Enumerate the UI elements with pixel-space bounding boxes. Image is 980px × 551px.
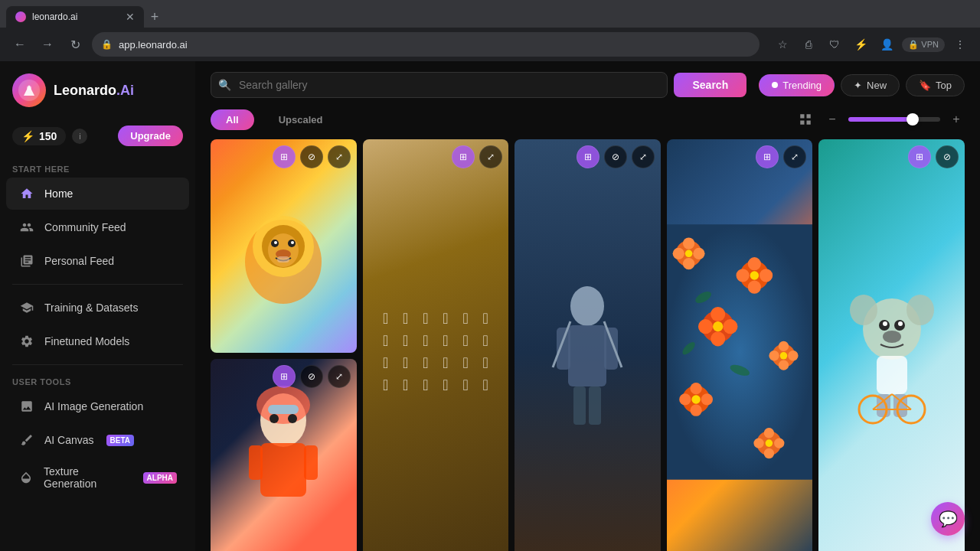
sidebar-item-personal-label: Personal Feed (44, 255, 114, 267)
info-btn[interactable]: i (72, 129, 87, 144)
grid-controls: − + (795, 109, 965, 130)
sub-bar: All Upscaled − + (195, 109, 980, 139)
sidebar-divider-2 (12, 364, 183, 365)
search-input[interactable] (211, 72, 668, 98)
gallery-item-hieroglyphs[interactable]: 𓀀 𓀁 𓀂 𓀃 𓀄 𓀅 𓀆 𓀇 𓀈 𓀉 𓀊 𓀋 (363, 139, 509, 551)
bookmark-btn[interactable]: ☆ (772, 34, 793, 55)
chat-icon: 💬 (939, 510, 958, 528)
sidebar-item-ai-image-label: AI Image Generation (44, 400, 143, 412)
anime-edit-btn[interactable]: ⊘ (300, 365, 323, 388)
gallery-item-anime-girl[interactable]: ⊞ ⊘ ⤢ (211, 359, 357, 551)
reload-btn[interactable]: ↻ (64, 34, 86, 55)
sidebar-item-finetuned[interactable]: Finetuned Models (6, 325, 189, 357)
sidebar-item-ai-canvas[interactable]: AI Canvas BETA (6, 424, 189, 456)
lion-expand-btn[interactable]: ⤢ (328, 145, 351, 168)
zoom-out-btn[interactable]: − (824, 111, 841, 128)
search-button[interactable]: Search (674, 73, 746, 97)
zoom-slider[interactable] (848, 117, 940, 122)
profile-btn[interactable]: 👤 (876, 34, 897, 55)
upscaled-tab-btn[interactable]: Upscaled (263, 109, 338, 130)
credits-badge: ⚡ 150 (12, 127, 66, 145)
top-icon: 🔖 (919, 80, 931, 91)
svg-point-26 (685, 250, 693, 258)
sidebar-item-home-label: Home (44, 187, 73, 200)
gallery-item-flowers[interactable]: ⊞ ⤢ (667, 139, 813, 551)
svg-point-81 (270, 414, 279, 423)
gallery-item-warrior[interactable]: ⊞ ⊘ ⤢ (514, 139, 661, 551)
svg-point-36 (710, 331, 725, 346)
filter-buttons: Trending ✦ New 🔖 Top (759, 74, 965, 96)
finetuned-icon (18, 333, 35, 350)
forward-btn[interactable]: → (37, 34, 58, 55)
svg-point-8 (274, 241, 277, 244)
svg-rect-68 (877, 356, 907, 394)
back-btn[interactable]: ← (9, 34, 31, 55)
ai-canvas-icon (18, 432, 35, 448)
svg-point-55 (753, 438, 763, 448)
trending-filter-btn[interactable]: Trending (759, 74, 835, 96)
svg-point-49 (679, 393, 691, 405)
zoom-slider-container[interactable] (848, 117, 940, 122)
menu-btn[interactable]: ⋮ (949, 34, 971, 55)
svg-point-32 (750, 271, 758, 279)
svg-point-65 (883, 321, 887, 326)
svg-rect-83 (268, 405, 299, 414)
anime-expand-btn[interactable]: ⤢ (328, 365, 351, 388)
warrior-edit-btn[interactable]: ⊘ (604, 145, 627, 168)
koala-edit-btn[interactable]: ⊘ (936, 145, 959, 168)
hieroglyphs-expand-btn[interactable]: ⤢ (479, 145, 502, 168)
sidebar-item-community-feed[interactable]: Community Feed (6, 211, 189, 243)
trending-label: Trending (782, 80, 822, 91)
gallery: ⊞ ⊘ ⤢ 𓀀 𓀁 𓀂 𓀃 𓀄 𓀅 (195, 139, 980, 551)
top-filter-btn[interactable]: 🔖 Top (906, 74, 965, 96)
new-tab-btn[interactable]: + (144, 6, 165, 28)
ai-image-icon (18, 398, 35, 415)
flowers-remix-btn[interactable]: ⊞ (756, 145, 779, 168)
svg-rect-17 (589, 386, 601, 425)
upgrade-button[interactable]: Upgrade (118, 126, 183, 146)
koala-remix-btn[interactable]: ⊞ (908, 145, 931, 168)
warrior-remix-btn[interactable]: ⊞ (577, 145, 599, 168)
svg-point-37 (698, 319, 713, 334)
gallery-grid: ⊞ ⊘ ⤢ 𓀀 𓀁 𓀂 𓀃 𓀄 𓀅 (211, 139, 965, 551)
hieroglyphs-remix-btn[interactable]: ⊞ (452, 145, 475, 168)
home-icon (18, 185, 35, 202)
lion-remix-btn[interactable]: ⊞ (273, 145, 296, 168)
share-btn[interactable]: ⎙ (798, 34, 819, 55)
sidebar-item-home[interactable]: Home (6, 178, 189, 210)
warrior-overlay: ⊞ ⊘ ⤢ (577, 145, 655, 168)
lion-edit-btn[interactable]: ⊘ (300, 145, 323, 168)
svg-rect-15 (604, 328, 618, 370)
all-tab-btn[interactable]: All (211, 109, 254, 130)
sidebar-item-training-label: Training & Datasets (44, 302, 138, 314)
anime-remix-btn[interactable]: ⊞ (273, 365, 296, 388)
svg-point-47 (701, 393, 713, 405)
gallery-item-lion[interactable]: ⊞ ⊘ ⤢ (211, 139, 357, 353)
svg-point-48 (690, 405, 701, 416)
svg-point-24 (683, 258, 694, 269)
sidebar-item-training[interactable]: Training & Datasets (6, 292, 189, 324)
main-content: 🔍 Search Trending ✦ New 🔖 Top (195, 61, 980, 551)
new-filter-btn[interactable]: ✦ New (841, 74, 900, 96)
chat-button[interactable]: 💬 (931, 502, 965, 536)
svg-point-35 (723, 319, 737, 334)
sidebar-item-texture[interactable]: Texture Generation ALPHA (6, 458, 189, 497)
sidebar-item-personal-feed[interactable]: Personal Feed (6, 245, 189, 277)
search-wrapper: 🔍 Search (211, 72, 746, 98)
address-bar[interactable]: 🔒 app.leonardo.ai (92, 32, 760, 57)
tab-close-btn[interactable]: ✕ (126, 11, 135, 23)
svg-rect-14 (557, 328, 570, 370)
gallery-item-koala[interactable]: ⊞ ⊘ (818, 139, 965, 551)
sidebar-item-ai-image[interactable]: AI Image Generation (6, 390, 189, 422)
zoom-thumb (906, 113, 919, 126)
warrior-expand-btn[interactable]: ⤢ (632, 145, 655, 168)
extension-btn[interactable]: ⚡ (850, 34, 871, 55)
active-tab[interactable]: leonardo.ai ✕ (6, 6, 144, 28)
flowers-expand-btn[interactable]: ⤢ (783, 145, 806, 168)
zoom-in-btn[interactable]: + (948, 111, 965, 128)
grid-layout-btn[interactable] (795, 109, 816, 130)
browser-controls: ← → ↻ 🔒 app.leonardo.ai ☆ ⎙ 🛡 ⚡ 👤 🔒 VPN … (0, 28, 980, 61)
shield-btn[interactable]: 🛡 (824, 34, 845, 55)
svg-point-67 (883, 331, 901, 343)
new-label: New (867, 80, 887, 91)
